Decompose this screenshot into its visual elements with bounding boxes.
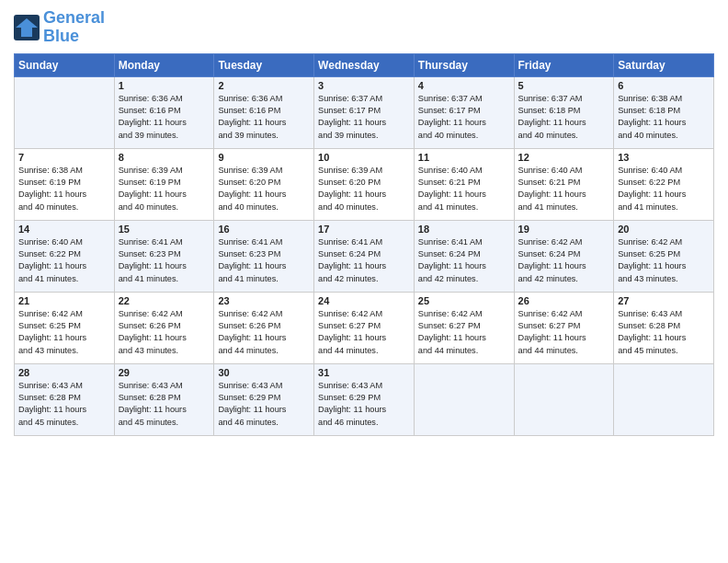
calendar-cell: 5Sunrise: 6:37 AMSunset: 6:18 PMDaylight…	[514, 76, 614, 148]
day-number: 15	[119, 224, 210, 235]
calendar-cell	[514, 363, 614, 435]
day-info: Sunrise: 6:42 AMSunset: 6:27 PMDaylight:…	[518, 308, 610, 357]
day-number: 17	[318, 224, 410, 235]
day-number: 1	[119, 80, 210, 91]
weekday-header: Friday	[514, 53, 614, 76]
calendar-cell: 30Sunrise: 6:43 AMSunset: 6:29 PMDayligh…	[214, 363, 314, 435]
day-info: Sunrise: 6:43 AMSunset: 6:28 PMDaylight:…	[18, 380, 110, 429]
logo: General Blue	[14, 9, 105, 46]
day-info: Sunrise: 6:39 AMSunset: 6:19 PMDaylight:…	[119, 165, 210, 213]
calendar-cell	[414, 363, 514, 435]
calendar-cell: 14Sunrise: 6:40 AMSunset: 6:22 PMDayligh…	[15, 220, 115, 292]
day-number: 10	[318, 152, 410, 163]
day-number: 13	[618, 152, 710, 163]
day-number: 29	[119, 367, 210, 378]
day-number: 28	[18, 367, 110, 378]
day-info: Sunrise: 6:40 AMSunset: 6:21 PMDaylight:…	[518, 165, 610, 213]
calendar-cell: 18Sunrise: 6:41 AMSunset: 6:24 PMDayligh…	[414, 220, 514, 292]
calendar-header-row: SundayMondayTuesdayWednesdayThursdayFrid…	[15, 53, 714, 76]
calendar-cell: 16Sunrise: 6:41 AMSunset: 6:23 PMDayligh…	[214, 220, 314, 292]
calendar-cell	[614, 363, 714, 435]
weekday-header: Wednesday	[314, 53, 415, 76]
day-info: Sunrise: 6:36 AMSunset: 6:16 PMDaylight:…	[218, 93, 310, 142]
calendar-cell: 23Sunrise: 6:42 AMSunset: 6:26 PMDayligh…	[214, 292, 314, 363]
calendar-cell	[15, 76, 115, 148]
calendar-cell: 10Sunrise: 6:39 AMSunset: 6:20 PMDayligh…	[314, 148, 415, 220]
weekday-header: Thursday	[414, 53, 514, 76]
day-number: 5	[518, 80, 610, 91]
calendar-cell: 9Sunrise: 6:39 AMSunset: 6:20 PMDaylight…	[214, 148, 314, 220]
day-number: 25	[418, 295, 510, 306]
day-info: Sunrise: 6:42 AMSunset: 6:25 PMDaylight:…	[18, 308, 110, 357]
calendar-cell: 19Sunrise: 6:42 AMSunset: 6:24 PMDayligh…	[514, 220, 614, 292]
calendar-cell: 12Sunrise: 6:40 AMSunset: 6:21 PMDayligh…	[514, 148, 614, 220]
day-info: Sunrise: 6:42 AMSunset: 6:24 PMDaylight:…	[518, 236, 610, 285]
day-info: Sunrise: 6:38 AMSunset: 6:18 PMDaylight:…	[618, 93, 710, 142]
day-info: Sunrise: 6:37 AMSunset: 6:17 PMDaylight:…	[418, 93, 510, 142]
day-number: 3	[318, 80, 410, 91]
day-info: Sunrise: 6:41 AMSunset: 6:24 PMDaylight:…	[318, 236, 410, 285]
calendar-cell: 1Sunrise: 6:36 AMSunset: 6:16 PMDaylight…	[114, 76, 214, 148]
day-number: 6	[618, 80, 710, 91]
calendar-cell: 8Sunrise: 6:39 AMSunset: 6:19 PMDaylight…	[114, 148, 214, 220]
calendar-cell: 3Sunrise: 6:37 AMSunset: 6:17 PMDaylight…	[314, 76, 415, 148]
day-info: Sunrise: 6:43 AMSunset: 6:28 PMDaylight:…	[119, 380, 210, 429]
day-info: Sunrise: 6:40 AMSunset: 6:22 PMDaylight:…	[618, 165, 710, 213]
logo-text: General Blue	[43, 9, 105, 46]
day-number: 4	[418, 80, 510, 91]
day-info: Sunrise: 6:40 AMSunset: 6:22 PMDaylight:…	[18, 236, 110, 285]
calendar-week-row: 1Sunrise: 6:36 AMSunset: 6:16 PMDaylight…	[15, 76, 714, 148]
day-number: 21	[18, 295, 110, 306]
weekday-header: Saturday	[614, 53, 714, 76]
calendar-week-row: 21Sunrise: 6:42 AMSunset: 6:25 PMDayligh…	[15, 292, 714, 363]
day-number: 14	[18, 224, 110, 235]
day-info: Sunrise: 6:43 AMSunset: 6:28 PMDaylight:…	[618, 308, 710, 357]
day-info: Sunrise: 6:42 AMSunset: 6:27 PMDaylight:…	[418, 308, 510, 357]
calendar-week-row: 28Sunrise: 6:43 AMSunset: 6:28 PMDayligh…	[15, 363, 714, 435]
day-info: Sunrise: 6:40 AMSunset: 6:21 PMDaylight:…	[418, 165, 510, 213]
page-header: General Blue	[14, 9, 714, 46]
logo-icon	[14, 15, 40, 40]
calendar-cell: 17Sunrise: 6:41 AMSunset: 6:24 PMDayligh…	[314, 220, 415, 292]
calendar-cell: 20Sunrise: 6:42 AMSunset: 6:25 PMDayligh…	[614, 220, 714, 292]
day-number: 24	[318, 295, 410, 306]
day-number: 26	[518, 295, 610, 306]
day-info: Sunrise: 6:42 AMSunset: 6:26 PMDaylight:…	[119, 308, 210, 357]
calendar-cell: 27Sunrise: 6:43 AMSunset: 6:28 PMDayligh…	[614, 292, 714, 363]
day-info: Sunrise: 6:37 AMSunset: 6:17 PMDaylight:…	[318, 93, 410, 142]
day-info: Sunrise: 6:39 AMSunset: 6:20 PMDaylight:…	[318, 165, 410, 213]
weekday-header: Sunday	[15, 53, 115, 76]
day-info: Sunrise: 6:38 AMSunset: 6:19 PMDaylight:…	[18, 165, 110, 213]
day-info: Sunrise: 6:43 AMSunset: 6:29 PMDaylight:…	[218, 380, 310, 429]
day-info: Sunrise: 6:43 AMSunset: 6:29 PMDaylight:…	[318, 380, 410, 429]
calendar-cell: 25Sunrise: 6:42 AMSunset: 6:27 PMDayligh…	[414, 292, 514, 363]
day-number: 30	[218, 367, 310, 378]
calendar-cell: 11Sunrise: 6:40 AMSunset: 6:21 PMDayligh…	[414, 148, 514, 220]
calendar-cell: 22Sunrise: 6:42 AMSunset: 6:26 PMDayligh…	[114, 292, 214, 363]
day-number: 16	[218, 224, 310, 235]
calendar-cell: 7Sunrise: 6:38 AMSunset: 6:19 PMDaylight…	[15, 148, 115, 220]
calendar-cell: 15Sunrise: 6:41 AMSunset: 6:23 PMDayligh…	[114, 220, 214, 292]
day-info: Sunrise: 6:41 AMSunset: 6:24 PMDaylight:…	[418, 236, 510, 285]
day-number: 12	[518, 152, 610, 163]
day-number: 8	[119, 152, 210, 163]
day-info: Sunrise: 6:42 AMSunset: 6:26 PMDaylight:…	[218, 308, 310, 357]
calendar-cell: 29Sunrise: 6:43 AMSunset: 6:28 PMDayligh…	[114, 363, 214, 435]
day-info: Sunrise: 6:41 AMSunset: 6:23 PMDaylight:…	[218, 236, 310, 285]
page-container: General Blue SundayMondayTuesdayWednesda…	[0, 0, 728, 445]
calendar-cell: 24Sunrise: 6:42 AMSunset: 6:27 PMDayligh…	[314, 292, 415, 363]
calendar-cell: 13Sunrise: 6:40 AMSunset: 6:22 PMDayligh…	[614, 148, 714, 220]
calendar-week-row: 7Sunrise: 6:38 AMSunset: 6:19 PMDaylight…	[15, 148, 714, 220]
day-info: Sunrise: 6:39 AMSunset: 6:20 PMDaylight:…	[218, 165, 310, 213]
weekday-header: Monday	[114, 53, 214, 76]
calendar-cell: 4Sunrise: 6:37 AMSunset: 6:17 PMDaylight…	[414, 76, 514, 148]
day-number: 20	[618, 224, 710, 235]
calendar-cell: 6Sunrise: 6:38 AMSunset: 6:18 PMDaylight…	[614, 76, 714, 148]
calendar-cell: 26Sunrise: 6:42 AMSunset: 6:27 PMDayligh…	[514, 292, 614, 363]
day-number: 27	[618, 295, 710, 306]
day-info: Sunrise: 6:36 AMSunset: 6:16 PMDaylight:…	[119, 93, 210, 142]
day-number: 19	[518, 224, 610, 235]
day-info: Sunrise: 6:37 AMSunset: 6:18 PMDaylight:…	[518, 93, 610, 142]
day-number: 31	[318, 367, 410, 378]
day-info: Sunrise: 6:42 AMSunset: 6:27 PMDaylight:…	[318, 308, 410, 357]
